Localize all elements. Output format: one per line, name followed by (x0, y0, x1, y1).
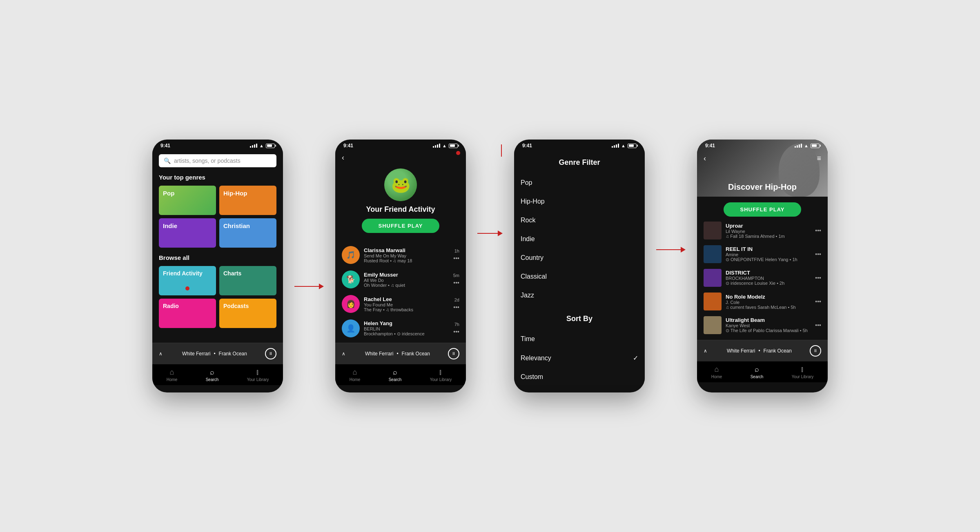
search-icon-1: 🔍 (164, 157, 171, 164)
arrow-shaft-1 (294, 286, 319, 287)
library-icon-1: ⫿ (256, 368, 260, 377)
friend-right-0: 1h ••• (453, 248, 459, 262)
filter-rock[interactable]: Rock (521, 211, 638, 230)
track-artist-4: Kanye West (726, 323, 811, 328)
friend-time-1: 5m (453, 273, 459, 278)
track-name-2: DISTRICT (726, 270, 811, 276)
top-arrow-2 (477, 231, 503, 236)
back-button-2[interactable]: ‹ (342, 153, 344, 162)
friend-item-0: 🎵 Clarissa Marwali Send Me On My Way Rus… (342, 246, 459, 264)
now-playing-track-1: White Ferrari (182, 351, 210, 357)
pause-button-1[interactable]: ⏸ (265, 348, 276, 359)
filter-classical[interactable]: Classical (521, 267, 638, 286)
genre-pop-label: Pop (163, 190, 174, 197)
track-artist-0: Lil Wayne (726, 229, 811, 234)
status-icons-1: ▲ (250, 143, 275, 148)
track-more-4[interactable]: ••• (815, 322, 821, 328)
tab-library-2[interactable]: ⫿ Your Library (430, 368, 452, 382)
arrow-head-1 (319, 284, 324, 289)
genre-christian-label: Christian (223, 222, 250, 229)
discover-title: Discover Hip-Hop (697, 182, 828, 192)
filter-country[interactable]: Country (521, 248, 638, 267)
tab-search-4[interactable]: ⌕ Search (751, 365, 764, 379)
phone-4: 9:41 ▲ (697, 140, 828, 392)
now-playing-artist-2: Frank Ocean (402, 351, 430, 357)
friend-screen: ‹ 🐸 Your Friend Activity SHUFFLE PLAY (335, 150, 466, 385)
filter-jazz[interactable]: Jazz (521, 286, 638, 305)
filter-pop[interactable]: Pop (521, 173, 638, 192)
sort-relevancy[interactable]: Relevancy ✓ (521, 348, 638, 368)
tab-search-1[interactable]: ⌕ Search (206, 368, 219, 382)
genre-hiphop[interactable]: Hip-Hop (219, 186, 276, 215)
tab-search-2[interactable]: ⌕ Search (389, 368, 402, 382)
now-playing-bar-2[interactable]: ∧ White Ferrari • Frank Ocean ⏸ (335, 343, 466, 364)
sort-by-title: Sort By (521, 315, 638, 323)
battery-icon-3 (628, 144, 637, 148)
discover-back-button[interactable]: ‹ (704, 154, 706, 163)
track-more-2[interactable]: ••• (815, 275, 821, 281)
track-thumb-3 (704, 293, 722, 310)
track-meta-4: ⊙ The Life of Pablo Clarissa Marwali • 5… (726, 328, 811, 333)
filter-indie[interactable]: Indie (521, 230, 638, 248)
friend-time-3: 7h (454, 322, 459, 327)
signal-3-2 (614, 145, 615, 148)
battery-fill-4 (812, 144, 817, 147)
signal-3-3 (616, 144, 617, 148)
more-btn-2[interactable]: ••• (453, 304, 459, 310)
tab-home-2[interactable]: ⌂ Home (350, 368, 361, 382)
now-playing-bar-1[interactable]: ∧ White Ferrari • Frank Ocean ⏸ (152, 343, 283, 364)
pause-button-4[interactable]: ⏸ (810, 345, 821, 357)
tab-home-label-1: Home (167, 377, 178, 382)
tab-library-4[interactable]: ⫿ Your Library (792, 365, 814, 379)
arrow-line-3 (656, 247, 686, 253)
now-playing-sep-1: • (214, 351, 215, 357)
more-btn-0[interactable]: ••• (453, 255, 459, 262)
sort-custom-label: Custom (521, 373, 543, 381)
browse-podcasts-label: Podcasts (223, 303, 249, 309)
more-btn-3[interactable]: ••• (453, 328, 459, 335)
track-info-0: Uproar Lil Wayne ♫ Fall 18 Samira Ahmed … (726, 223, 811, 239)
sort-custom[interactable]: Custom (521, 368, 638, 385)
tab-library-1[interactable]: ⫿ Your Library (247, 368, 269, 382)
track-more-3[interactable]: ••• (815, 298, 821, 305)
track-artist-2: BROCKHAMPTON (726, 276, 811, 281)
friend-list: 🎵 Clarissa Marwali Send Me On My Way Rus… (342, 246, 459, 343)
track-more-0[interactable]: ••• (815, 227, 821, 234)
filter-hiphop[interactable]: Hip-Hop (521, 192, 638, 211)
pause-button-2[interactable]: ⏸ (448, 348, 459, 359)
tab-home-4[interactable]: ⌂ Home (711, 365, 722, 379)
search-box[interactable]: 🔍 artists, songs, or podcasts (159, 154, 276, 167)
tab-home-1[interactable]: ⌂ Home (167, 368, 178, 382)
browse-radio[interactable]: Radio (159, 299, 216, 328)
more-btn-1[interactable]: ••• (453, 279, 459, 286)
shuffle-play-button-4[interactable]: SHUFFLE PLAY (724, 202, 801, 217)
track-more-1[interactable]: ••• (815, 251, 821, 257)
arrow-shaft-3 (656, 249, 681, 250)
friend-meta-1: Oh Wonder • ♫ quiet (364, 283, 449, 288)
top-arrow-head (498, 231, 503, 236)
track-meta-2: ⊙ iridescence Louise Xie • 2h (726, 281, 811, 286)
signal-4-2 (797, 145, 798, 148)
red-dot-screen2 (456, 151, 460, 155)
sort-time[interactable]: Time (521, 330, 638, 348)
genre-pop[interactable]: Pop (159, 186, 216, 215)
friend-item-1: 🐕 Emily Musser All We Do Oh Wonder • ♫ q… (342, 270, 459, 288)
friend-info-0: Clarissa Marwali Send Me On My Way Ruste… (364, 247, 449, 263)
track-info-1: REEL IT IN Amine ⊙ ONEPOINTFIVE Helen Ya… (726, 246, 811, 262)
signal-4-1 (795, 146, 796, 148)
browse-podcasts[interactable]: Podcasts (219, 299, 276, 328)
now-playing-sep-4: • (758, 348, 760, 354)
browse-friend-activity[interactable]: Friend Activity (159, 266, 216, 295)
browse-charts[interactable]: Charts (219, 266, 276, 295)
genre-indie[interactable]: Indie (159, 218, 216, 248)
track-thumb-0 (704, 222, 722, 239)
battery-icon-2 (449, 144, 458, 148)
time-3: 9:41 (522, 143, 532, 149)
track-item-1: REEL IT IN Amine ⊙ ONEPOINTFIVE Helen Ya… (704, 245, 821, 263)
now-playing-bar-4[interactable]: ∧ White Ferrari • Frank Ocean ⏸ (697, 340, 828, 361)
browse-radio-label: Radio (163, 303, 179, 309)
discover-menu-button[interactable]: ≡ (817, 154, 821, 163)
shuffle-play-button-2[interactable]: SHUFFLE PLAY (362, 219, 439, 233)
genre-christian[interactable]: Christian (219, 218, 276, 248)
track-item-0: Uproar Lil Wayne ♫ Fall 18 Samira Ahmed … (704, 222, 821, 239)
